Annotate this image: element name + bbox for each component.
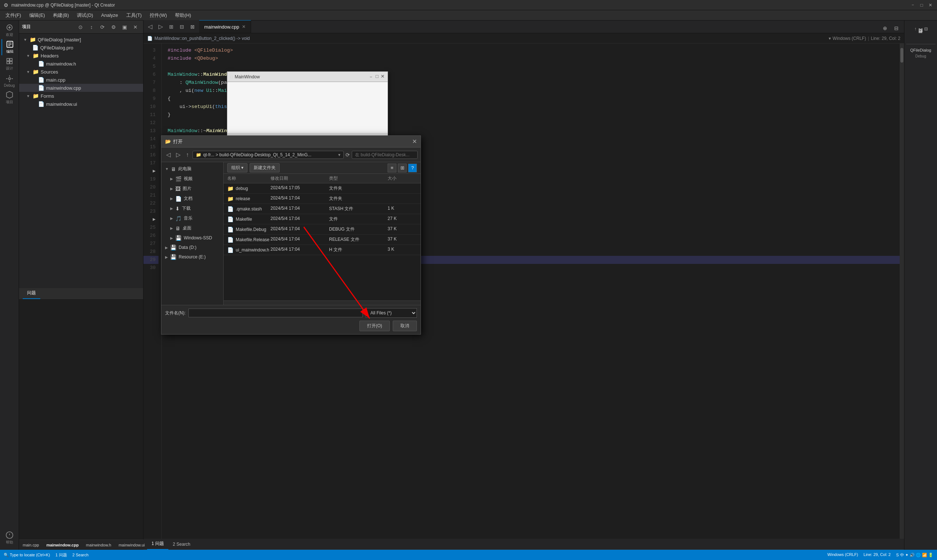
toolbar-collapse-btn[interactable]: ↕ <box>87 22 96 32</box>
open-docs-mainwindow-h[interactable]: mainwindow.h <box>86 543 111 547</box>
toolbar-close-btn[interactable]: ✕ <box>131 22 140 32</box>
sidebar-data-d[interactable]: ▶ 💾 Data (D:) <box>162 243 223 252</box>
open-docs-mainwindow-cpp[interactable]: mainwindow.cpp <box>46 543 79 547</box>
sidebar-pics[interactable]: ▶ 🖼 图片 <box>162 184 223 194</box>
file-dialog: 📂 打开 ✕ ◁ ▷ ↑ 📁 qt-fr... > build-QFileDia… <box>161 135 421 335</box>
widget-maximize-btn[interactable]: □ <box>375 74 378 80</box>
sidebar-item-welcome[interactable]: 欢迎 <box>2 22 18 38</box>
sidebar-item-debug[interactable]: Debug <box>2 73 18 89</box>
menu-debug[interactable]: 调试(D) <box>73 11 97 20</box>
breadcrumb-dropdown[interactable]: ▾ <box>829 36 831 41</box>
file-row-debug[interactable]: 📁 debug 2024/5/4 17:05 文件夹 <box>224 183 420 194</box>
dialog-cancel-button[interactable]: 取消 <box>393 321 417 331</box>
sidebar-downloads[interactable]: ▶ ⬇ 下载 <box>162 203 223 213</box>
file-row-release[interactable]: 📁 release 2024/5/4 17:04 文件夹 <box>224 194 420 204</box>
status-search[interactable]: 🔍 Type to locate (Ctrl+K) <box>4 553 50 557</box>
view-grid-btn[interactable]: ⊞ <box>398 164 407 172</box>
sidebar-video[interactable]: ▶ 🎬 视频 <box>162 174 223 184</box>
nav-refresh-button[interactable]: ⟳ <box>346 152 350 158</box>
tab-search[interactable]: 2 Search <box>168 539 195 550</box>
tab-close-icon[interactable]: ✕ <box>242 24 246 29</box>
tab-right-btn1[interactable]: ⊕ <box>880 23 890 33</box>
menu-build[interactable]: 构建(B) <box>49 11 72 20</box>
view-help-btn[interactable]: ? <box>408 164 417 172</box>
tab-mainwindow-cpp[interactable]: mainwindow.cpp ✕ <box>199 20 251 33</box>
toolbar-settings-btn[interactable]: ⚙ <box>109 22 118 32</box>
dialog-title-icon: 📂 <box>165 139 171 144</box>
file-row-qmake[interactable]: 📄 .qmake.stash 2024/5/4 17:04 STASH 文件 1… <box>224 204 420 214</box>
tab-right-btn2[interactable]: ⊟ <box>892 23 901 33</box>
scrollbar-thumb[interactable] <box>900 48 903 63</box>
nav-forward-button[interactable]: ▷ <box>174 151 182 159</box>
open-docs-strip: main.cpp mainwindow.cpp mainwindow.h mai… <box>19 540 143 550</box>
sidebar-item-edit[interactable]: 编辑 <box>2 39 18 55</box>
horizontal-scrollbar[interactable] <box>224 300 420 305</box>
tree-item-sources[interactable]: ▼ 📁 Sources <box>19 68 143 76</box>
right-expand-btn[interactable]: ↑ <box>911 24 920 34</box>
sidebar-item-project[interactable]: 项目 <box>2 90 18 106</box>
tree-item-main-cpp[interactable]: 📄 main.cpp <box>19 76 143 84</box>
minimize-button[interactable]: － <box>910 2 916 8</box>
window-controls[interactable]: － □ ✕ <box>910 2 933 8</box>
toolbar-panel-btn[interactable]: ▣ <box>120 22 129 32</box>
dialog-toolbar: 组织 ▾ 新建文件夹 ≡ ⊞ ? <box>224 162 420 174</box>
tree-item-mainwindow-ui[interactable]: 📄 mainwindow.ui <box>19 100 143 108</box>
filename-input[interactable] <box>189 309 363 317</box>
filter-select[interactable]: All Files (*) <box>366 308 417 318</box>
tree-item-forms[interactable]: ▼ 📁 Forms <box>19 92 143 100</box>
new-folder-button[interactable]: 新建文件夹 <box>249 163 280 172</box>
editor-scrollbar[interactable] <box>900 43 904 539</box>
sidebar-desktop[interactable]: ▶ 🖥 桌面 <box>162 223 223 233</box>
menu-controls[interactable]: 控件(W) <box>146 11 171 20</box>
nav-dropdown-icon[interactable]: ▾ <box>338 152 340 157</box>
widget-minimize-btn[interactable]: － <box>369 74 373 80</box>
tree-item-headers[interactable]: ▼ 📁 Headers <box>19 52 143 60</box>
tree-root[interactable]: ▼ 📁 QFileDialog [master] <box>19 35 143 43</box>
tab-toolbar-fwd[interactable]: ▷ <box>156 22 165 31</box>
nav-path[interactable]: 📁 qt-fr... > build-QFileDialog-Desktop_Q… <box>192 151 344 159</box>
tab-toolbar-close[interactable]: ⊠ <box>188 22 197 31</box>
nav-up-button[interactable]: ↑ <box>184 151 191 159</box>
toolbar-filter-btn[interactable]: ⊙ <box>76 22 85 32</box>
tab-problems[interactable]: 1 问题 <box>147 539 168 550</box>
tree-item-mainwindow-cpp[interactable]: 📄 mainwindow.cpp <box>19 84 143 92</box>
close-button[interactable]: ✕ <box>928 2 933 8</box>
ui-file-icon: 📄 <box>38 101 44 107</box>
problems-tab[interactable]: 问题 <box>23 288 40 299</box>
tree-item-pro[interactable]: 📄 QFileDialog.pro <box>19 43 143 52</box>
view-list-btn[interactable]: ≡ <box>388 164 396 172</box>
file-row-makefile[interactable]: 📄 Makefile 2024/5/4 17:04 文件 27 K <box>224 214 420 225</box>
tab-toolbar-split[interactable]: ⊟ <box>177 22 187 31</box>
dialog-close-button[interactable]: ✕ <box>412 138 417 145</box>
menu-tools[interactable]: 工具(T) <box>123 11 146 20</box>
menu-file[interactable]: 文件(F) <box>2 11 25 20</box>
tab-toolbar-back[interactable]: ◁ <box>145 22 155 31</box>
tab-toolbar-link[interactable]: ⊞ <box>166 22 176 31</box>
tree-item-mainwindow-h[interactable]: 📄 mainwindow.h <box>19 60 143 68</box>
file-row-ui-mainwindow[interactable]: 📄 ui_mainwindow.h 2024/5/4 17:04 H 文件 3 … <box>224 245 420 255</box>
maximize-button[interactable]: □ <box>919 2 925 8</box>
widget-controls[interactable]: － □ ✕ <box>369 74 385 80</box>
sidebar-item-help[interactable]: 帮助 <box>2 530 18 546</box>
nav-search-input[interactable] <box>352 151 418 159</box>
menu-help[interactable]: 帮助(H) <box>171 11 195 20</box>
open-docs-main-cpp[interactable]: main.cpp <box>23 543 39 547</box>
menu-analyze[interactable]: Analyze <box>97 11 122 19</box>
file-row-makefile-debug[interactable]: 📄 Makefile.Debug 2024/5/4 17:04 DEBUG 文件… <box>224 225 420 235</box>
sidebar-item-design[interactable]: 设计 <box>2 56 18 72</box>
open-docs-mainwindow-ui[interactable]: mainwindow.ui <box>118 543 145 547</box>
file-row-makefile-release[interactable]: 📄 Makefile.Release 2024/5/4 17:04 RELEAS… <box>224 235 420 245</box>
dialog-ok-button[interactable]: 打开(O) <box>359 321 390 331</box>
sidebar-windows-ssd[interactable]: ▶ 💾 Windows-SSD <box>162 233 223 243</box>
toolbar-sync-btn[interactable]: ⟳ <box>98 22 107 32</box>
left-sidebar: 欢迎 编辑 设计 Debug 项目 帮助 <box>0 20 19 550</box>
organize-button[interactable]: 组织 ▾ <box>227 163 248 172</box>
sidebar-music[interactable]: ▶ 🎵 音乐 <box>162 213 223 223</box>
right-expand-btn2[interactable]: ⊟ <box>921 24 931 34</box>
sidebar-docs[interactable]: ▶ 📄 文档 <box>162 194 223 203</box>
widget-close-btn[interactable]: ✕ <box>381 74 385 80</box>
sidebar-resource-e[interactable]: ▶ 💾 Resource (E:) <box>162 252 223 262</box>
menu-edit[interactable]: 编辑(E) <box>26 11 49 20</box>
nav-back-button[interactable]: ◁ <box>164 151 172 159</box>
sidebar-pc[interactable]: ▼ 🖥 此电脑 <box>162 164 223 174</box>
